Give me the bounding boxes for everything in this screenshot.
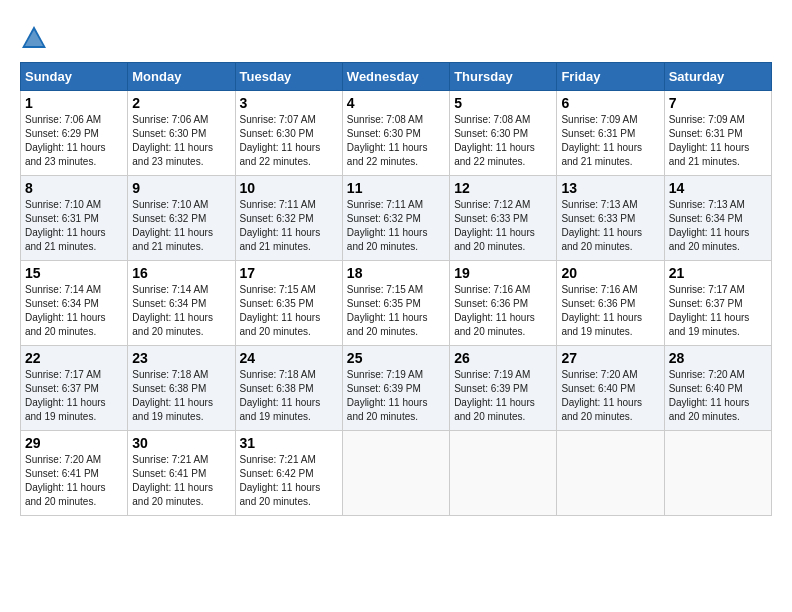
day-number: 7 [669,95,767,111]
day-info: Sunrise: 7:20 AMSunset: 6:41 PMDaylight:… [25,454,106,507]
day-cell-28: 28 Sunrise: 7:20 AMSunset: 6:40 PMDaylig… [664,346,771,431]
day-number: 29 [25,435,123,451]
week-row-4: 22 Sunrise: 7:17 AMSunset: 6:37 PMDaylig… [21,346,772,431]
week-row-2: 8 Sunrise: 7:10 AMSunset: 6:31 PMDayligh… [21,176,772,261]
day-number: 15 [25,265,123,281]
day-cell-24: 24 Sunrise: 7:18 AMSunset: 6:38 PMDaylig… [235,346,342,431]
day-cell-5: 5 Sunrise: 7:08 AMSunset: 6:30 PMDayligh… [450,91,557,176]
day-cell-21: 21 Sunrise: 7:17 AMSunset: 6:37 PMDaylig… [664,261,771,346]
day-number: 19 [454,265,552,281]
day-number: 8 [25,180,123,196]
day-number: 21 [669,265,767,281]
day-cell-30: 30 Sunrise: 7:21 AMSunset: 6:41 PMDaylig… [128,431,235,516]
day-info: Sunrise: 7:19 AMSunset: 6:39 PMDaylight:… [347,369,428,422]
day-info: Sunrise: 7:21 AMSunset: 6:41 PMDaylight:… [132,454,213,507]
day-info: Sunrise: 7:14 AMSunset: 6:34 PMDaylight:… [132,284,213,337]
day-cell-25: 25 Sunrise: 7:19 AMSunset: 6:39 PMDaylig… [342,346,449,431]
day-number: 31 [240,435,338,451]
day-number: 12 [454,180,552,196]
day-number: 24 [240,350,338,366]
day-header-monday: Monday [128,63,235,91]
day-number: 18 [347,265,445,281]
day-cell-18: 18 Sunrise: 7:15 AMSunset: 6:35 PMDaylig… [342,261,449,346]
day-cell-31: 31 Sunrise: 7:21 AMSunset: 6:42 PMDaylig… [235,431,342,516]
day-cell-14: 14 Sunrise: 7:13 AMSunset: 6:34 PMDaylig… [664,176,771,261]
day-info: Sunrise: 7:08 AMSunset: 6:30 PMDaylight:… [454,114,535,167]
day-cell-9: 9 Sunrise: 7:10 AMSunset: 6:32 PMDayligh… [128,176,235,261]
day-number: 22 [25,350,123,366]
day-info: Sunrise: 7:17 AMSunset: 6:37 PMDaylight:… [25,369,106,422]
day-cell-12: 12 Sunrise: 7:12 AMSunset: 6:33 PMDaylig… [450,176,557,261]
day-cell-1: 1 Sunrise: 7:06 AMSunset: 6:29 PMDayligh… [21,91,128,176]
day-info: Sunrise: 7:11 AMSunset: 6:32 PMDaylight:… [347,199,428,252]
day-number: 28 [669,350,767,366]
day-header-friday: Friday [557,63,664,91]
logo [20,20,52,52]
day-header-saturday: Saturday [664,63,771,91]
calendar-header-row: SundayMondayTuesdayWednesdayThursdayFrid… [21,63,772,91]
day-info: Sunrise: 7:16 AMSunset: 6:36 PMDaylight:… [561,284,642,337]
logo-icon [20,24,48,52]
day-number: 23 [132,350,230,366]
day-number: 27 [561,350,659,366]
day-cell-13: 13 Sunrise: 7:13 AMSunset: 6:33 PMDaylig… [557,176,664,261]
day-cell-11: 11 Sunrise: 7:11 AMSunset: 6:32 PMDaylig… [342,176,449,261]
day-number: 5 [454,95,552,111]
day-number: 4 [347,95,445,111]
day-header-wednesday: Wednesday [342,63,449,91]
day-cell-4: 4 Sunrise: 7:08 AMSunset: 6:30 PMDayligh… [342,91,449,176]
day-number: 25 [347,350,445,366]
day-cell-6: 6 Sunrise: 7:09 AMSunset: 6:31 PMDayligh… [557,91,664,176]
day-number: 1 [25,95,123,111]
day-number: 10 [240,180,338,196]
calendar-table: SundayMondayTuesdayWednesdayThursdayFrid… [20,62,772,516]
week-row-5: 29 Sunrise: 7:20 AMSunset: 6:41 PMDaylig… [21,431,772,516]
day-info: Sunrise: 7:17 AMSunset: 6:37 PMDaylight:… [669,284,750,337]
empty-cell [557,431,664,516]
day-info: Sunrise: 7:15 AMSunset: 6:35 PMDaylight:… [240,284,321,337]
day-info: Sunrise: 7:13 AMSunset: 6:34 PMDaylight:… [669,199,750,252]
day-number: 9 [132,180,230,196]
day-cell-22: 22 Sunrise: 7:17 AMSunset: 6:37 PMDaylig… [21,346,128,431]
day-info: Sunrise: 7:09 AMSunset: 6:31 PMDaylight:… [561,114,642,167]
day-number: 3 [240,95,338,111]
empty-cell [342,431,449,516]
day-cell-23: 23 Sunrise: 7:18 AMSunset: 6:38 PMDaylig… [128,346,235,431]
day-cell-19: 19 Sunrise: 7:16 AMSunset: 6:36 PMDaylig… [450,261,557,346]
day-info: Sunrise: 7:15 AMSunset: 6:35 PMDaylight:… [347,284,428,337]
calendar-header [20,20,772,52]
day-info: Sunrise: 7:10 AMSunset: 6:31 PMDaylight:… [25,199,106,252]
empty-cell [664,431,771,516]
week-row-3: 15 Sunrise: 7:14 AMSunset: 6:34 PMDaylig… [21,261,772,346]
day-info: Sunrise: 7:20 AMSunset: 6:40 PMDaylight:… [561,369,642,422]
day-info: Sunrise: 7:13 AMSunset: 6:33 PMDaylight:… [561,199,642,252]
day-info: Sunrise: 7:10 AMSunset: 6:32 PMDaylight:… [132,199,213,252]
day-info: Sunrise: 7:07 AMSunset: 6:30 PMDaylight:… [240,114,321,167]
day-header-thursday: Thursday [450,63,557,91]
day-info: Sunrise: 7:12 AMSunset: 6:33 PMDaylight:… [454,199,535,252]
day-info: Sunrise: 7:06 AMSunset: 6:29 PMDaylight:… [25,114,106,167]
day-cell-8: 8 Sunrise: 7:10 AMSunset: 6:31 PMDayligh… [21,176,128,261]
day-number: 16 [132,265,230,281]
day-number: 17 [240,265,338,281]
day-cell-26: 26 Sunrise: 7:19 AMSunset: 6:39 PMDaylig… [450,346,557,431]
day-number: 26 [454,350,552,366]
day-number: 14 [669,180,767,196]
day-info: Sunrise: 7:06 AMSunset: 6:30 PMDaylight:… [132,114,213,167]
day-cell-10: 10 Sunrise: 7:11 AMSunset: 6:32 PMDaylig… [235,176,342,261]
day-cell-2: 2 Sunrise: 7:06 AMSunset: 6:30 PMDayligh… [128,91,235,176]
day-info: Sunrise: 7:08 AMSunset: 6:30 PMDaylight:… [347,114,428,167]
day-cell-29: 29 Sunrise: 7:20 AMSunset: 6:41 PMDaylig… [21,431,128,516]
day-number: 30 [132,435,230,451]
day-cell-3: 3 Sunrise: 7:07 AMSunset: 6:30 PMDayligh… [235,91,342,176]
day-info: Sunrise: 7:20 AMSunset: 6:40 PMDaylight:… [669,369,750,422]
day-cell-15: 15 Sunrise: 7:14 AMSunset: 6:34 PMDaylig… [21,261,128,346]
day-cell-7: 7 Sunrise: 7:09 AMSunset: 6:31 PMDayligh… [664,91,771,176]
week-row-1: 1 Sunrise: 7:06 AMSunset: 6:29 PMDayligh… [21,91,772,176]
day-cell-17: 17 Sunrise: 7:15 AMSunset: 6:35 PMDaylig… [235,261,342,346]
day-number: 20 [561,265,659,281]
day-info: Sunrise: 7:18 AMSunset: 6:38 PMDaylight:… [240,369,321,422]
day-number: 11 [347,180,445,196]
day-number: 6 [561,95,659,111]
day-number: 2 [132,95,230,111]
